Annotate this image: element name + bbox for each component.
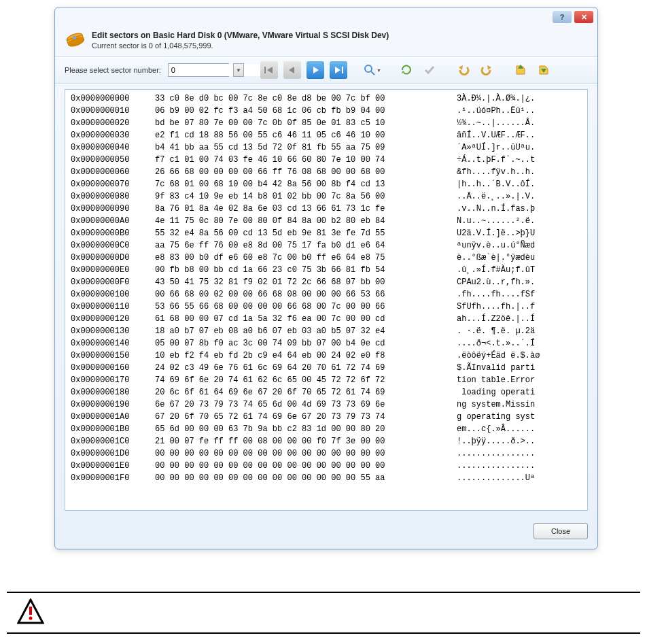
hex-bytes[interactable]: bd be 07 80 7e 00 00 7c 0b 0f 85 0e 01 8… [155,117,447,129]
hex-ascii[interactable]: ....ð¬<.t.»..´.Í [457,337,582,350]
hex-ascii[interactable]: &fh....fÿv.h..h. [457,166,582,178]
hex-row[interactable]: 0x0000000040b4 41 bb aa 55 cd 13 5d 72 0… [71,141,582,154]
hex-bytes[interactable]: b4 41 bb aa 55 cd 13 5d 72 0f 81 fb 55 a… [155,141,447,154]
search-button[interactable]: ▼ [364,61,381,79]
hex-row[interactable]: 0x000000011053 66 55 66 68 00 00 00 00 6… [71,301,582,313]
hex-bytes[interactable]: 53 66 55 66 68 00 00 00 00 66 68 00 7c 0… [155,301,447,313]
hex-ascii[interactable]: N.u..~......².ë. [457,215,582,227]
hex-ascii[interactable]: .v..N..n.Í.fas.þ [457,203,582,215]
undo-button[interactable] [455,61,472,79]
hex-ascii[interactable]: .ëòôëý+Éäd ë.$.àø [457,350,582,362]
hex-row[interactable]: 0x00000000C0aa 75 6e ff 76 00 e8 8d 00 7… [71,239,582,252]
hex-ascii[interactable]: . ·.ë. ¶.ë. µ.2ä [457,325,582,337]
hex-bytes[interactable]: 20 6c 6f 61 64 69 6e 67 20 6f 70 65 72 6… [155,386,447,399]
hex-ascii[interactable]: loading operati [457,386,582,399]
hex-bytes[interactable]: 18 a0 b7 07 eb 08 a0 b6 07 eb 03 a0 b5 0… [155,325,447,337]
nav-prev-button[interactable] [283,61,301,79]
hex-ascii[interactable]: ªunÿv.è..u.ú°Ñæd [457,239,582,252]
hex-row[interactable]: 0x00000001E000 00 00 00 00 00 00 00 00 0… [71,460,582,472]
hex-row[interactable]: 0x00000001906e 67 20 73 79 73 74 65 6d 0… [71,399,582,411]
hex-ascii[interactable]: CPAu2.ù..r,fh.». [457,276,582,288]
hex-bytes[interactable]: 21 00 07 fe ff ff 00 08 00 00 00 f0 7f 3… [155,435,447,447]
hex-bytes[interactable]: 4e 11 75 0c 80 7e 00 80 0f 84 8a 00 b2 8… [155,215,447,227]
hex-row[interactable]: 0x00000001C021 00 07 fe ff ff 00 08 00 0… [71,435,582,447]
import-button[interactable] [512,61,529,79]
hex-bytes[interactable]: 6e 67 20 73 79 73 74 65 6d 00 4d 69 73 7… [155,399,447,411]
apply-button[interactable] [421,61,438,79]
nav-next-button[interactable] [307,61,324,79]
hex-ascii[interactable]: g operating syst [457,411,582,423]
hex-row[interactable]: 0x00000000707c 68 01 00 68 10 00 b4 42 8… [71,178,582,190]
hex-row[interactable]: 0x00000001D000 00 00 00 00 00 00 00 00 0… [71,447,582,460]
hex-row[interactable]: 0x000000014005 00 07 8b f0 ac 3c 00 74 0… [71,337,582,350]
hex-row[interactable]: 0x00000000E000 fb b8 00 bb cd 1a 66 23 c… [71,264,582,276]
hex-ascii[interactable]: U2ä.V.Í.]ë..>þ}U [457,227,582,239]
hex-ascii[interactable]: .û¸.»Í.f#Àu;f.ûT [457,264,582,276]
hex-ascii[interactable]: ½¾..~..|......Å. [457,117,582,129]
sector-number-input[interactable] [169,64,268,76]
hex-ascii[interactable]: ah...Í.Z2öê.|..Í [457,313,582,325]
nav-first-button[interactable] [260,61,278,79]
hex-row[interactable]: 0x000000006026 66 68 00 00 00 00 66 ff 7… [71,166,582,178]
hex-bytes[interactable]: 74 69 6f 6e 20 74 61 62 6c 65 00 45 72 7… [155,374,447,386]
hex-bytes[interactable]: 55 32 e4 8a 56 00 cd 13 5d eb 9e 81 3e f… [155,227,447,239]
hex-row[interactable]: 0x000000001006 b9 00 02 fc f3 a4 50 68 1… [71,105,582,117]
hex-row[interactable]: 0x000000017074 69 6f 6e 20 74 61 62 6c 6… [71,374,582,386]
hex-row[interactable]: 0x0000000020bd be 07 80 7e 00 00 7c 0b 0… [71,117,582,129]
hex-ascii[interactable]: 3À.Ð¼.|.À.Ø¾.|¿. [457,92,582,105]
hex-ascii[interactable]: è..°ßæ`è|.°ÿædèu [457,252,582,264]
hex-bytes[interactable]: e8 83 00 b0 df e6 60 e8 7c 00 b0 ff e6 6… [155,252,447,264]
hex-ascii[interactable]: ng system.Missin [457,399,582,411]
hex-bytes[interactable]: 05 00 07 8b f0 ac 3c 00 74 09 bb 07 00 b… [155,337,447,350]
hex-row[interactable]: 0x000000013018 a0 b7 07 eb 08 a0 b6 07 e… [71,325,582,337]
hex-bytes[interactable]: 10 eb f2 f4 eb fd 2b c9 e4 64 eb 00 24 0… [155,350,447,362]
redo-button[interactable] [478,61,495,79]
hex-bytes[interactable]: aa 75 6e ff 76 00 e8 8d 00 75 17 fa b0 d… [155,239,447,252]
hex-ascii[interactable]: ..............Uª [457,472,582,484]
hex-row[interactable]: 0x000000000033 c0 8e d0 bc 00 7c 8e c0 8… [71,92,582,105]
hex-ascii[interactable]: ÷Á..t.þF.f`.~..t [457,154,582,166]
hex-bytes[interactable]: 7c 68 01 00 68 10 00 b4 42 8a 56 00 8b f… [155,178,447,190]
hex-bytes[interactable]: 8a 76 01 8a 4e 02 8a 6e 03 cd 13 66 61 7… [155,203,447,215]
sector-dropdown-button[interactable]: ▼ [233,63,244,77]
hex-row[interactable]: 0x00000000908a 76 01 8a 4e 02 8a 6e 03 c… [71,203,582,215]
hex-ascii[interactable]: .¹..üó¤Ph..Ëû¹.. [457,105,582,117]
hex-ascii[interactable]: $.ÃInvalid parti [457,362,582,374]
hex-bytes[interactable]: 00 00 00 00 00 00 00 00 00 00 00 00 00 0… [155,472,447,484]
hex-row[interactable]: 0x00000001A067 20 6f 70 65 72 61 74 69 6… [71,411,582,423]
hex-row[interactable]: 0x000000018020 6c 6f 61 64 69 6e 67 20 6… [71,386,582,399]
hex-ascii[interactable]: em...c{.»Â...... [457,423,582,435]
hex-bytes[interactable]: 00 00 00 00 00 00 00 00 00 00 00 00 00 0… [155,447,447,460]
close-button[interactable]: Close [534,523,588,539]
hex-bytes[interactable]: f7 c1 01 00 74 03 fe 46 10 66 60 80 7e 1… [155,154,447,166]
hex-bytes[interactable]: 06 b9 00 02 fc f3 a4 50 68 1c 06 cb fb b… [155,105,447,117]
refresh-button[interactable] [398,61,415,79]
hex-ascii[interactable]: !..þÿÿ.....ð.>.. [457,435,582,447]
hex-row[interactable]: 0x00000000809f 83 c4 10 9e eb 14 b8 01 0… [71,190,582,203]
hex-row[interactable]: 0x00000000D0e8 83 00 b0 df e6 60 e8 7c 0… [71,252,582,264]
hex-bytes[interactable]: 26 66 68 00 00 00 00 66 ff 76 08 68 00 0… [155,166,447,178]
hex-row[interactable]: 0x00000001B065 6d 00 00 00 63 7b 9a bb c… [71,423,582,435]
hex-row[interactable]: 0x00000000A04e 11 75 0c 80 7e 00 80 0f 8… [71,215,582,227]
hex-bytes[interactable]: 61 68 00 00 07 cd 1a 5a 32 f6 ea 00 7c 0… [155,313,447,325]
hex-ascii[interactable]: .fh....fh....fSf [457,288,582,301]
hex-row[interactable]: 0x0000000050f7 c1 01 00 74 03 fe 46 10 6… [71,154,582,166]
hex-row[interactable]: 0x0000000030e2 f1 cd 18 88 56 00 55 c6 4… [71,129,582,141]
hex-row[interactable]: 0x000000015010 eb f2 f4 eb fd 2b c9 e4 6… [71,350,582,362]
hex-bytes[interactable]: 24 02 c3 49 6e 76 61 6c 69 64 20 70 61 7… [155,362,447,374]
nav-last-button[interactable] [330,61,347,79]
hex-ascii[interactable]: ´A»ªUÍ.]r..ûUªu. [457,141,582,154]
hex-bytes[interactable]: 9f 83 c4 10 9e eb 14 b8 01 02 bb 00 7c 8… [155,190,447,203]
hex-bytes[interactable]: 00 00 00 00 00 00 00 00 00 00 00 00 00 0… [155,460,447,472]
hex-ascii[interactable]: ................ [457,447,582,460]
hex-row[interactable]: 0x000000010000 66 68 00 02 00 00 66 68 0… [71,288,582,301]
hex-bytes[interactable]: 33 c0 8e d0 bc 00 7c 8e c0 8e d8 be 00 7… [155,92,447,105]
hex-bytes[interactable]: 65 6d 00 00 00 63 7b 9a bb c2 83 1d 00 0… [155,423,447,435]
hex-ascii[interactable]: tion table.Error [457,374,582,386]
hex-ascii[interactable]: âñÍ..V.UÆF..ÆF.. [457,129,582,141]
hex-row[interactable]: 0x00000000F043 50 41 75 32 81 f9 02 01 7… [71,276,582,288]
hex-bytes[interactable]: 67 20 6f 70 65 72 61 74 69 6e 67 20 73 7… [155,411,447,423]
hex-row[interactable]: 0x000000012061 68 00 00 07 cd 1a 5a 32 f… [71,313,582,325]
hex-viewer[interactable]: 0x000000000033 c0 8e d0 bc 00 7c 8e c0 8… [65,89,588,511]
hex-ascii[interactable]: SfUfh....fh.|..f [457,301,582,313]
